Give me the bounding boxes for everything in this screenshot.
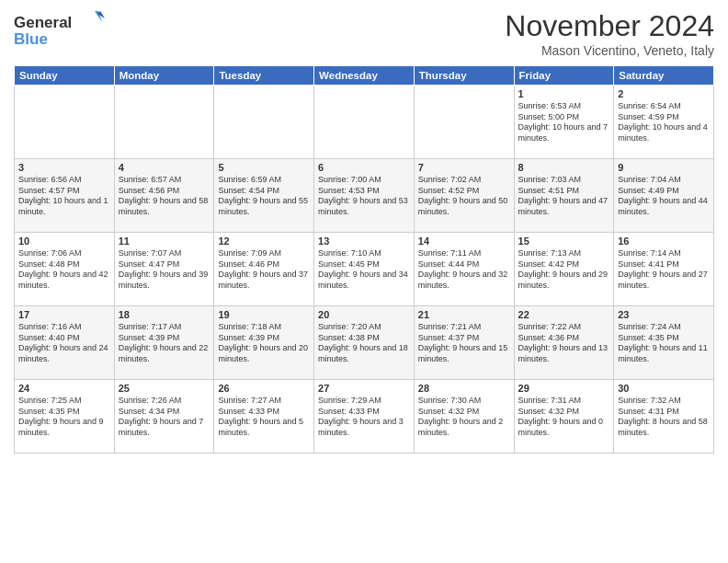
svg-text:General: General [14,14,72,31]
day-number: 22 [518,309,610,320]
day-info: Daylight: 9 hours and 22 minutes. [119,343,210,364]
day-number: 29 [518,383,610,394]
day-info: Sunrise: 7:11 AM [418,248,510,259]
day-info: Daylight: 9 hours and 47 minutes. [518,196,610,217]
day-info: Sunrise: 7:06 AM [18,248,110,259]
day-info: Sunrise: 7:02 AM [418,175,510,186]
day-info: Sunrise: 7:04 AM [618,175,710,186]
col-saturday: Saturday [614,66,714,86]
day-info: Daylight: 9 hours and 9 minutes. [18,417,110,438]
svg-text:Blue: Blue [14,30,48,48]
calendar-cell: 29Sunrise: 7:31 AMSunset: 4:32 PMDayligh… [514,380,614,454]
day-info: Sunset: 4:32 PM [518,407,610,418]
day-info: Sunrise: 7:00 AM [318,175,410,186]
day-info: Daylight: 9 hours and 18 minutes. [318,343,410,364]
day-info: Sunset: 4:42 PM [518,259,610,270]
day-info: Sunset: 4:56 PM [119,186,210,197]
calendar: Sunday Monday Tuesday Wednesday Thursday… [14,65,714,454]
day-info: Sunrise: 7:14 AM [618,248,710,259]
day-info: Sunset: 4:41 PM [618,259,710,270]
day-info: Sunset: 4:57 PM [18,186,110,197]
day-info: Daylight: 9 hours and 3 minutes. [318,417,410,438]
day-info: Daylight: 9 hours and 29 minutes. [518,270,610,291]
day-info: Sunset: 4:34 PM [119,407,210,418]
day-number: 17 [18,309,110,320]
day-number: 2 [618,88,710,99]
day-number: 13 [318,236,410,247]
day-info: Sunrise: 6:59 AM [218,175,310,186]
day-info: Sunrise: 7:31 AM [518,396,610,407]
calendar-cell: 7Sunrise: 7:02 AMSunset: 4:52 PMDaylight… [414,159,514,233]
day-info: Sunrise: 7:24 AM [618,322,710,333]
day-info: Sunset: 4:36 PM [518,333,610,344]
day-info: Sunset: 4:33 PM [318,407,410,418]
day-info: Daylight: 9 hours and 53 minutes. [318,196,410,217]
day-number: 21 [418,309,510,320]
calendar-cell: 6Sunrise: 7:00 AMSunset: 4:53 PMDaylight… [314,159,415,233]
day-info: Sunrise: 7:21 AM [418,322,510,333]
day-info: Sunrise: 7:17 AM [119,322,210,333]
day-info: Sunset: 4:40 PM [18,333,110,344]
day-info: Sunrise: 7:10 AM [318,248,410,259]
calendar-cell: 5Sunrise: 6:59 AMSunset: 4:54 PMDaylight… [214,159,314,233]
calendar-cell: 14Sunrise: 7:11 AMSunset: 4:44 PMDayligh… [414,233,514,306]
day-info: Daylight: 10 hours and 7 minutes. [518,122,610,144]
calendar-cell: 25Sunrise: 7:26 AMSunset: 4:34 PMDayligh… [114,380,214,454]
day-number: 8 [518,162,610,173]
day-number: 23 [618,309,710,320]
day-info: Sunrise: 7:26 AM [119,396,210,407]
day-info: Sunrise: 7:32 AM [618,396,710,407]
day-info: Sunset: 4:44 PM [418,259,510,270]
day-info: Sunset: 4:51 PM [518,186,610,197]
day-number: 4 [119,162,210,173]
day-info: Sunset: 4:33 PM [218,407,310,418]
day-info: Daylight: 9 hours and 7 minutes. [119,417,210,438]
title-area: November 2024 Mason Vicentino, Veneto, I… [505,9,714,58]
calendar-cell [314,86,415,159]
day-number: 10 [18,236,110,247]
day-info: Daylight: 9 hours and 15 minutes. [418,343,510,364]
day-info: Sunset: 4:31 PM [618,407,710,418]
day-info: Sunset: 4:38 PM [318,333,410,344]
day-info: Sunrise: 6:57 AM [119,175,210,186]
calendar-cell: 9Sunrise: 7:04 AMSunset: 4:49 PMDaylight… [614,159,714,233]
calendar-cell: 24Sunrise: 7:25 AMSunset: 4:35 PMDayligh… [15,380,115,454]
logo: General Blue [14,9,106,50]
day-info: Sunset: 4:59 PM [618,112,710,123]
day-info: Daylight: 10 hours and 1 minute. [18,196,110,217]
calendar-cell: 27Sunrise: 7:29 AMSunset: 4:33 PMDayligh… [314,380,415,454]
day-info: Sunrise: 7:18 AM [218,322,310,333]
day-number: 11 [119,236,210,247]
day-info: Sunrise: 7:07 AM [119,248,210,259]
day-info: Sunset: 4:49 PM [618,186,710,197]
day-number: 25 [119,383,210,394]
day-info: Sunset: 4:52 PM [418,186,510,197]
calendar-cell: 18Sunrise: 7:17 AMSunset: 4:39 PMDayligh… [114,306,214,380]
day-number: 20 [318,309,410,320]
day-info: Sunset: 4:35 PM [618,333,710,344]
day-number: 18 [119,309,210,320]
day-number: 12 [218,236,310,247]
calendar-cell: 13Sunrise: 7:10 AMSunset: 4:45 PMDayligh… [314,233,415,306]
day-info: Daylight: 9 hours and 20 minutes. [218,343,310,364]
calendar-cell: 22Sunrise: 7:22 AMSunset: 4:36 PMDayligh… [514,306,614,380]
day-info: Sunrise: 7:30 AM [418,396,510,407]
calendar-cell: 4Sunrise: 6:57 AMSunset: 4:56 PMDaylight… [114,159,214,233]
day-info: Daylight: 9 hours and 55 minutes. [218,196,310,217]
day-info: Sunset: 4:54 PM [218,186,310,197]
calendar-header-row: Sunday Monday Tuesday Wednesday Thursday… [15,66,714,86]
day-number: 6 [318,162,410,173]
calendar-week-0: 1Sunrise: 6:53 AMSunset: 5:00 PMDaylight… [15,86,714,159]
col-friday: Friday [514,66,614,86]
day-number: 1 [518,88,610,99]
col-wednesday: Wednesday [314,66,415,86]
calendar-cell: 23Sunrise: 7:24 AMSunset: 4:35 PMDayligh… [614,306,714,380]
day-info: Sunrise: 6:54 AM [618,101,710,112]
day-info: Daylight: 9 hours and 34 minutes. [318,270,410,291]
calendar-cell: 19Sunrise: 7:18 AMSunset: 4:39 PMDayligh… [214,306,314,380]
col-sunday: Sunday [15,66,115,86]
calendar-cell [214,86,314,159]
day-info: Sunrise: 7:29 AM [318,396,410,407]
day-info: Daylight: 9 hours and 39 minutes. [119,270,210,291]
day-info: Sunrise: 7:13 AM [518,248,610,259]
